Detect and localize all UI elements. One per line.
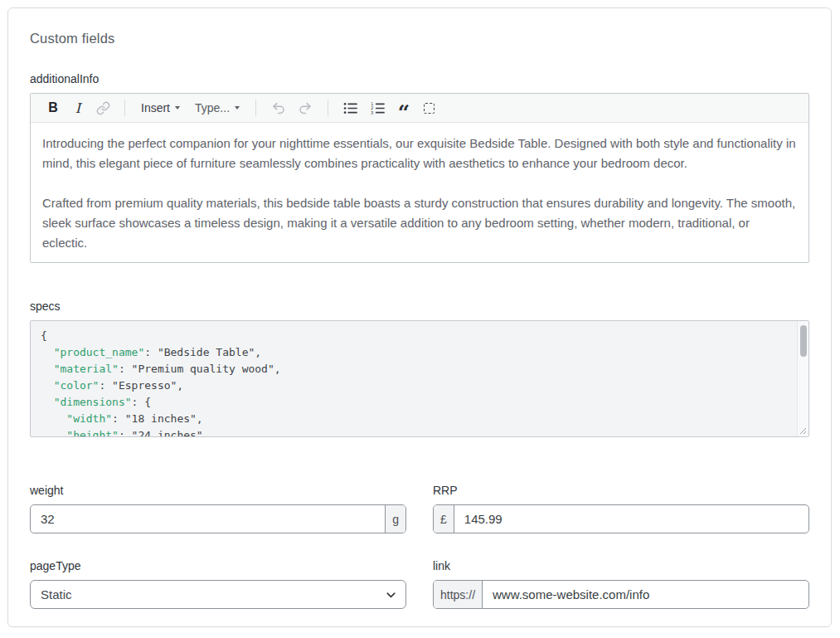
type-dropdown-label: Type... (195, 101, 230, 114)
dashed-box-icon (424, 103, 435, 114)
insert-dropdown-label: Insert (141, 101, 170, 114)
rich-text-content[interactable]: Introducing the perfect companion for yo… (31, 123, 808, 262)
weight-input[interactable] (31, 505, 385, 533)
rrp-input-group: £ (433, 504, 809, 533)
blockquote-button[interactable]: “ (393, 96, 415, 119)
weight-label: weight (30, 484, 406, 497)
link-button[interactable] (92, 96, 114, 119)
blockquote-icon: “ (398, 109, 410, 117)
undo-button[interactable] (266, 96, 290, 119)
chevron-down-icon (235, 106, 240, 110)
field-additional-info: additionalInfo B I Insert Type... (30, 72, 809, 263)
fields-grid: weight g RRP £ pageType Static (30, 484, 809, 609)
redo-button[interactable] (294, 96, 318, 119)
rich-text-toolbar: B I Insert Type... (31, 94, 808, 123)
protocol-prefix: https:// (434, 581, 483, 608)
page-title: Custom fields (30, 31, 809, 46)
container-block-button[interactable] (418, 96, 439, 119)
specs-code-content: { "product_name": "Bedside Table", "mate… (31, 321, 808, 437)
currency-prefix: £ (434, 505, 454, 533)
ordered-list-icon: 1 2 3 (370, 100, 386, 116)
scrollbar-track[interactable] (797, 321, 808, 436)
weight-unit-suffix: g (385, 505, 405, 533)
toolbar-divider (255, 100, 256, 116)
insert-dropdown[interactable]: Insert (135, 96, 186, 119)
link-input-group: https:// (433, 580, 809, 609)
page-type-select[interactable]: Static (30, 580, 406, 609)
rrp-label: RRP (433, 484, 809, 497)
rrp-input[interactable] (454, 505, 808, 533)
italic-button[interactable]: I (67, 96, 89, 119)
specs-code-editor[interactable]: { "product_name": "Bedside Table", "mate… (30, 320, 809, 437)
field-link: link https:// (433, 559, 809, 609)
rich-text-editor: B I Insert Type... (30, 93, 809, 263)
field-page-type: pageType Static (30, 559, 406, 609)
specs-label: specs (30, 300, 809, 313)
redo-icon (298, 100, 313, 116)
link-input[interactable] (483, 581, 808, 608)
bullet-list-button[interactable] (338, 96, 362, 119)
field-weight: weight g (30, 484, 406, 533)
link-icon (96, 101, 110, 115)
rich-text-paragraph: Introducing the perfect companion for yo… (42, 134, 797, 173)
page-type-select-wrap: Static (30, 580, 406, 609)
field-rrp: RRP £ (433, 484, 809, 533)
weight-input-group: g (30, 504, 406, 533)
scrollbar-thumb[interactable] (800, 325, 807, 357)
type-dropdown[interactable]: Type... (189, 96, 245, 119)
bullet-list-icon (342, 100, 358, 116)
chevron-down-icon (175, 106, 180, 110)
undo-icon (270, 100, 286, 116)
rich-text-paragraph: Crafted from premium quality materials, … (42, 193, 797, 253)
page-type-label: pageType (30, 559, 406, 572)
field-specs: specs { "product_name": "Bedside Table",… (30, 300, 809, 437)
resize-grip-icon[interactable] (799, 426, 807, 435)
toolbar-divider (328, 100, 328, 116)
bold-button[interactable]: B (42, 96, 64, 119)
toolbar-divider (124, 100, 125, 116)
ordered-list-button[interactable]: 1 2 3 (366, 96, 390, 119)
svg-text:3: 3 (371, 110, 373, 114)
additional-info-label: additionalInfo (30, 72, 809, 85)
custom-fields-card: Custom fields additionalInfo B I Insert (7, 7, 832, 627)
link-label: link (433, 559, 809, 572)
